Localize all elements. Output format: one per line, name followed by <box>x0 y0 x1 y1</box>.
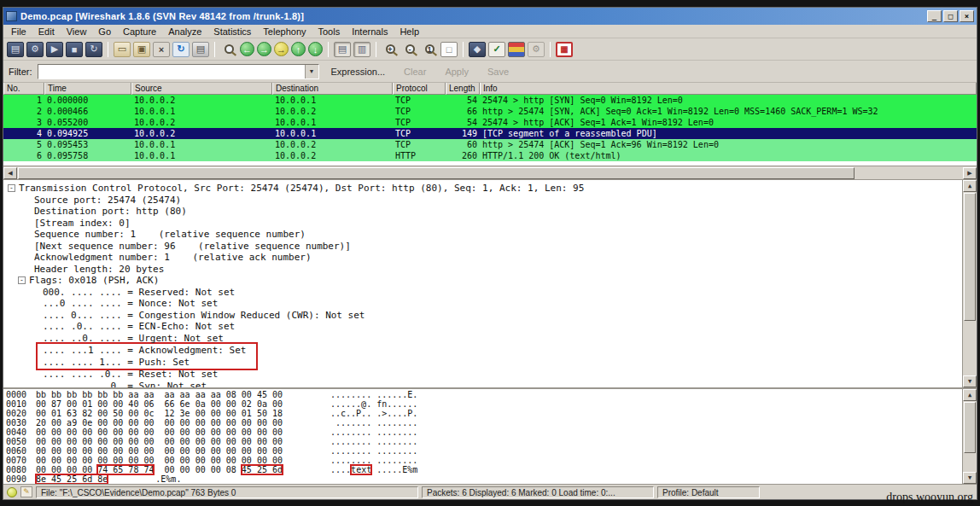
detail-line-0[interactable]: -Transmission Control Protocol, Src Port… <box>3 183 962 195</box>
menu-item-view[interactable]: View <box>61 26 93 38</box>
coloring-rules-icon[interactable] <box>508 42 525 57</box>
capture-options-icon[interactable]: ⚙ <box>26 42 44 57</box>
go-to-bottom-icon[interactable]: ↓ <box>308 42 323 56</box>
hex-row-0080[interactable]: 008000 00 00 00 74 65 78 74 00 00 00 00 … <box>3 465 962 474</box>
menu-item-edit[interactable]: Edit <box>32 26 61 38</box>
expression-button[interactable]: Expression... <box>324 65 393 79</box>
column-header-no[interactable]: No. <box>3 83 44 95</box>
column-header-length[interactable]: Length <box>446 83 480 95</box>
hex-row-0060[interactable]: 006000 00 00 00 00 00 00 00 00 00 00 00 … <box>3 446 962 456</box>
go-forward-icon[interactable]: → <box>257 42 271 56</box>
colorize-packets-icon[interactable]: ▤ <box>334 42 351 57</box>
hex-row-0040[interactable]: 004000 00 00 00 00 00 00 00 00 00 00 00 … <box>3 427 962 437</box>
save-button[interactable]: Save <box>481 65 516 79</box>
tree-expander-icon[interactable]: - <box>8 184 15 192</box>
go-to-packet-icon[interactable]: → <box>274 42 289 56</box>
maximize-button[interactable]: □ <box>943 10 958 22</box>
save-file-icon[interactable]: ▣ <box>133 42 150 57</box>
zoom-in-icon[interactable]: + <box>382 42 399 57</box>
bytes-scroll-thumb[interactable] <box>964 402 976 453</box>
hex-row-0090[interactable]: 00908e 45 25 6d 8e.E%m. <box>3 474 962 484</box>
capture-filter-icon[interactable]: ◆ <box>469 42 486 57</box>
menu-item-file[interactable]: File <box>5 26 32 38</box>
detail-line-7[interactable]: Header length: 20 bytes <box>3 264 962 276</box>
go-back-icon[interactable]: ← <box>240 42 254 56</box>
capture-comment-icon[interactable]: ✎ <box>20 486 32 497</box>
hex-row-0030[interactable]: 003020 00 a9 0e 00 00 00 00 00 00 00 00 … <box>3 418 962 427</box>
column-header-destination[interactable]: Destination <box>272 83 393 95</box>
clear-button[interactable]: Clear <box>397 65 433 79</box>
detail-line-1[interactable]: Source port: 25474 (25474) <box>3 195 962 206</box>
detail-line-16[interactable]: .... .... .0.. = Reset: Not set <box>3 369 962 381</box>
column-header-time[interactable]: Time <box>44 83 131 95</box>
detail-line-2[interactable]: Destination port: http (80) <box>3 206 962 218</box>
help-icon[interactable]: ▦ <box>556 42 573 57</box>
list-interfaces-icon[interactable]: ▤ <box>7 42 24 57</box>
packet-row-4[interactable]: 40.09492510.0.0.210.0.0.1TCP149[TCP segm… <box>3 128 977 139</box>
menu-item-telephony[interactable]: Telephony <box>257 26 312 38</box>
go-to-top-icon[interactable]: ↑ <box>291 42 306 56</box>
find-packet-icon[interactable] <box>220 42 237 57</box>
capture-stop-icon[interactable]: ■ <box>66 42 83 57</box>
reload-icon[interactable]: ↻ <box>172 42 190 57</box>
details-scroll-thumb[interactable] <box>964 193 976 321</box>
detail-line-17[interactable]: .... .... ..0. = Syn: Not set <box>3 381 962 388</box>
detail-line-8[interactable]: -Flags: 0x018 (PSH, ACK) <box>3 275 962 287</box>
zoom-out-icon[interactable]: - <box>401 42 418 57</box>
packet-row-2[interactable]: 20.00046610.0.0.110.0.0.2TCP66http > 254… <box>3 106 977 117</box>
preferences-icon[interactable]: ⚙ <box>528 42 545 57</box>
bytes-scroll-down-arrow[interactable]: ▼ <box>963 472 977 484</box>
display-filter-icon[interactable]: ✓ <box>488 42 505 57</box>
column-header-info[interactable]: Info <box>480 83 977 95</box>
details-scroll-down-arrow[interactable]: ▼ <box>963 375 977 387</box>
detail-line-13[interactable]: .... ..0. .... = Urgent: Not set <box>3 333 962 345</box>
detail-line-4[interactable]: Sequence number: 1 (relative sequence nu… <box>3 229 962 241</box>
menu-item-capture[interactable]: Capture <box>117 26 162 38</box>
filter-dropdown-button[interactable]: ▼ <box>305 65 318 79</box>
detail-line-14[interactable]: .... ...1 .... = Acknowledgment: Set <box>43 345 246 357</box>
packet-row-5[interactable]: 50.09545310.0.0.110.0.0.2TCP60http > 254… <box>3 139 977 150</box>
menu-item-analyze[interactable]: Analyze <box>162 26 207 38</box>
menu-item-go[interactable]: Go <box>92 26 117 38</box>
detail-line-5[interactable]: [Next sequence number: 96 (relative sequ… <box>3 241 962 253</box>
zoom-100-icon[interactable]: 1 <box>421 42 438 57</box>
capture-restart-icon[interactable]: ↻ <box>85 42 102 57</box>
column-header-protocol[interactable]: Protocol <box>393 83 446 95</box>
open-file-icon[interactable]: ▭ <box>114 42 131 57</box>
detail-line-3[interactable]: [Stream index: 0] <box>3 218 962 230</box>
packet-row-3[interactable]: 30.05520010.0.0.210.0.0.1TCP5425474 > ht… <box>3 117 977 128</box>
autoscroll-icon[interactable]: ▥ <box>353 42 370 57</box>
hscroll-right-arrow[interactable]: ▶ <box>963 167 977 179</box>
bytes-scroll-up-arrow[interactable]: ▲ <box>963 389 977 401</box>
capture-start-icon[interactable]: ▶ <box>46 42 63 57</box>
detail-line-11[interactable]: .... 0... .... = Congestion Window Reduc… <box>3 310 962 322</box>
filter-input[interactable] <box>38 65 305 79</box>
packet-row-6[interactable]: 60.09575810.0.0.110.0.0.2HTTP260HTTP/1.1… <box>3 150 977 161</box>
expert-info-icon[interactable] <box>7 487 17 497</box>
apply-button[interactable]: Apply <box>438 65 475 79</box>
hscroll-thumb[interactable] <box>18 167 855 179</box>
menu-item-tools[interactable]: Tools <box>312 26 347 38</box>
hex-row-0050[interactable]: 005000 00 00 00 00 00 00 00 00 00 00 00 … <box>3 437 962 446</box>
column-header-source[interactable]: Source <box>131 83 272 95</box>
close-button[interactable]: × <box>960 10 974 22</box>
menu-item-help[interactable]: Help <box>394 26 425 38</box>
tree-expander-icon[interactable]: - <box>18 276 26 284</box>
hex-row-0020[interactable]: 002000 01 63 82 00 50 00 0c 12 3e 00 00 … <box>3 409 962 418</box>
close-file-icon[interactable]: × <box>153 42 170 57</box>
packet-row-1[interactable]: 10.00000010.0.0.210.0.0.1TCP5425474 > ht… <box>3 95 977 106</box>
minimize-button[interactable]: _ <box>927 10 942 22</box>
detail-line-15[interactable]: .... .... 1... = Push: Set <box>43 357 246 369</box>
details-scroll-up-arrow[interactable]: ▲ <box>963 180 977 192</box>
detail-line-9[interactable]: 000. .... .... = Reserved: Not set <box>3 287 962 299</box>
detail-line-6[interactable]: Acknowledgment number: 1 (relative ack n… <box>3 252 962 264</box>
resize-columns-icon[interactable]: □ <box>440 42 458 57</box>
menu-item-statistics[interactable]: Statistics <box>207 26 257 38</box>
print-icon[interactable]: ▤ <box>192 42 209 57</box>
menu-item-internals[interactable]: Internals <box>346 26 394 38</box>
hex-row-0070[interactable]: 007000 00 00 00 00 00 00 00 00 00 00 00 … <box>3 456 962 465</box>
detail-line-12[interactable]: .... .0.. .... = ECN-Echo: Not set <box>3 321 962 333</box>
detail-line-10[interactable]: ...0 .... .... = Nonce: Not set <box>3 298 962 310</box>
hex-row-0010[interactable]: 001000 87 00 01 00 00 40 06 66 6e 0a 00 … <box>3 399 962 409</box>
hex-row-0000[interactable]: 0000bb bb bb bb bb bb aa aa aa aa aa aa … <box>3 390 962 399</box>
